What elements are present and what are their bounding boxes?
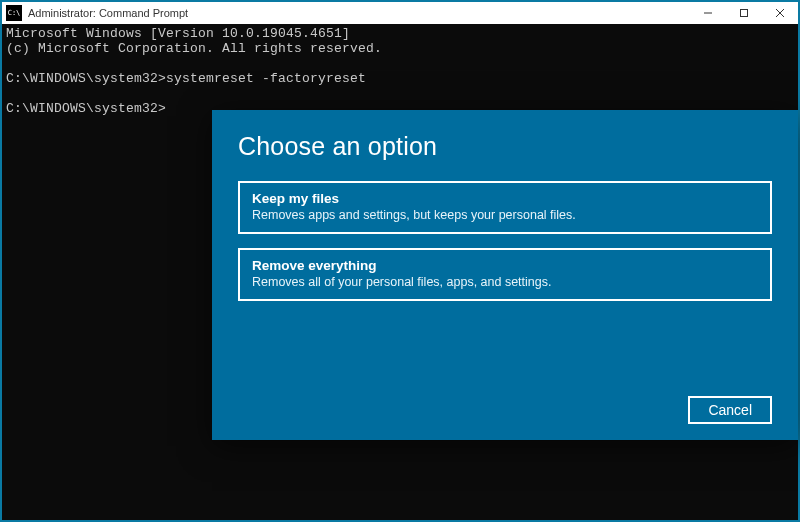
dialog-spacer <box>238 315 772 396</box>
option-remove-everything[interactable]: Remove everything Removes all of your pe… <box>238 248 772 301</box>
dialog-heading: Choose an option <box>238 132 772 161</box>
cmd-icon <box>6 5 22 21</box>
dialog-footer: Cancel <box>238 396 772 424</box>
command-prompt-window: Administrator: Command Prompt Microsoft … <box>2 2 798 520</box>
window-title: Administrator: Command Prompt <box>26 7 690 19</box>
minimize-button[interactable] <box>690 2 726 24</box>
cancel-button[interactable]: Cancel <box>688 396 772 424</box>
terminal-line: C:\WINDOWS\system32> <box>6 101 166 116</box>
reset-dialog: Choose an option Keep my files Removes a… <box>212 110 798 440</box>
close-button[interactable] <box>762 2 798 24</box>
option-title: Remove everything <box>252 258 758 273</box>
terminal-line: C:\WINDOWS\system32>systemreset -factory… <box>6 71 366 86</box>
option-keep-my-files[interactable]: Keep my files Removes apps and settings,… <box>238 181 772 234</box>
option-title: Keep my files <box>252 191 758 206</box>
terminal-line: Microsoft Windows [Version 10.0.19045.46… <box>6 26 350 41</box>
terminal-line: (c) Microsoft Corporation. All rights re… <box>6 41 382 56</box>
svg-rect-1 <box>741 10 748 17</box>
maximize-button[interactable] <box>726 2 762 24</box>
window-controls <box>690 2 798 24</box>
option-description: Removes apps and settings, but keeps you… <box>252 208 758 222</box>
option-description: Removes all of your personal files, apps… <box>252 275 758 289</box>
titlebar[interactable]: Administrator: Command Prompt <box>2 2 798 24</box>
